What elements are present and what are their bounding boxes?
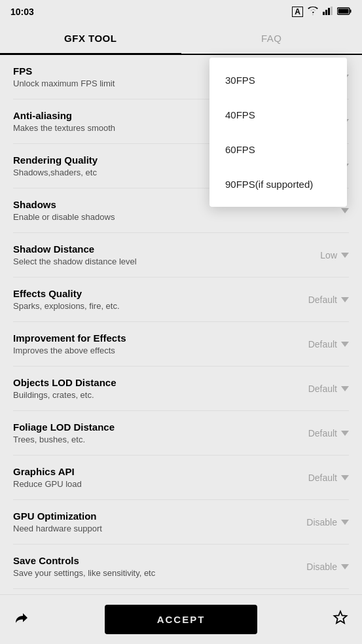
fps-option-3[interactable]: 90FPS(if supported) [209,167,347,202]
fps-option-0[interactable]: 30FPS [209,63,347,98]
fps-option-1[interactable]: 40FPS [209,98,347,132]
fps-option-2[interactable]: 60FPS [209,132,347,167]
fps-dropdown[interactable]: 30FPS40FPS60FPS90FPS(if supported) [209,58,347,207]
